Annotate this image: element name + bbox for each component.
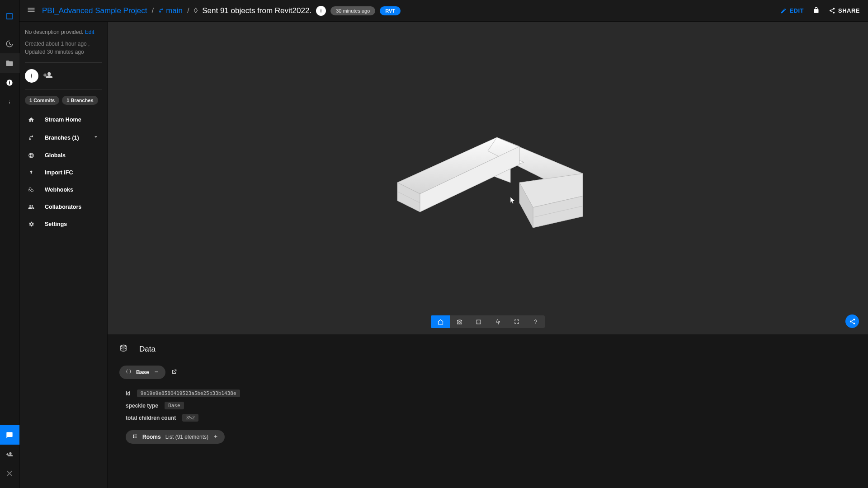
rooms-sub: List (91 elements) (165, 434, 208, 440)
nav-webhooks[interactable]: Webhooks (25, 181, 102, 198)
nav-branches[interactable]: Branches (1) (25, 128, 102, 147)
streams-icon[interactable] (0, 53, 19, 73)
nav-label: Settings (45, 221, 67, 227)
commits-chip[interactable]: 1 Commits (25, 96, 59, 105)
desc-edit-link[interactable]: Edit (85, 29, 94, 35)
activity-icon[interactable] (0, 34, 19, 53)
branch-label: main (166, 6, 183, 15)
svg-point-12 (459, 321, 461, 323)
nav-collaborators[interactable]: Collaborators (25, 198, 102, 216)
gear-icon (28, 221, 35, 227)
rooms-label: Rooms (142, 434, 161, 440)
branches-chip[interactable]: 1 Branches (62, 96, 98, 105)
app-logo-icon[interactable] (0, 6, 19, 26)
model-preview (370, 115, 605, 241)
expand-icon (213, 434, 218, 441)
rooms-pill[interactable]: Rooms List (91 elements) (126, 430, 225, 444)
description: No description provided. Edit (25, 29, 102, 35)
meta-text: Created about 1 hour ago , Updated 30 mi… (25, 40, 102, 56)
breadcrumb-commit-title: Sent 91 objects from Revit2022. (202, 6, 311, 15)
data-header: Data (119, 344, 856, 354)
tool-screenshot[interactable] (450, 315, 469, 328)
lock-icon[interactable] (811, 7, 821, 15)
sidebar: No description provided. Edit Created ab… (19, 22, 108, 488)
collapse-icon (154, 369, 159, 376)
prop-key: id (126, 390, 131, 397)
nav-settings[interactable]: Settings (25, 216, 102, 233)
collaborator-avatar[interactable] (25, 69, 38, 83)
tool-help[interactable] (526, 315, 545, 328)
commit-glyph-icon: ◊ (194, 6, 198, 15)
tool-view-home[interactable] (431, 315, 450, 328)
properties-list: id 9e19e9e8580419523a5be25b33b1438e spec… (126, 387, 856, 424)
nav-label: Stream Home (45, 117, 81, 123)
feedback-icon[interactable] (0, 425, 19, 445)
author-avatar[interactable] (316, 6, 326, 16)
breadcrumb-project[interactable]: PBI_Advanced Sample Project (42, 6, 147, 15)
prop-id: id 9e19e9e8580419523a5be25b33b1438e (126, 387, 856, 399)
people-icon (28, 204, 35, 210)
webhook-icon (28, 187, 35, 193)
nav-label: Import IFC (45, 169, 73, 176)
share-button[interactable]: SHARE (826, 7, 863, 14)
breadcrumb: PBI_Advanced Sample Project / main / ◊ S… (42, 6, 311, 15)
add-person-icon[interactable] (43, 70, 53, 82)
chevron-down-icon (93, 134, 99, 141)
breadcrumb-branch[interactable]: main (158, 6, 183, 15)
open-external-icon[interactable] (171, 369, 177, 376)
desc-text: No description provided. (25, 29, 83, 35)
nav-label: Webhooks (45, 187, 73, 193)
left-rail (0, 0, 19, 488)
app-chip: RVT (380, 6, 401, 15)
edit-label: EDIT (789, 7, 804, 14)
list-icon (132, 433, 138, 441)
pill-label: Base (136, 369, 149, 375)
share-fab[interactable] (845, 314, 859, 328)
hamburger-icon[interactable] (25, 4, 38, 18)
branch-icon (28, 135, 35, 141)
topbar: PBI_Advanced Sample Project / main / ◊ S… (19, 0, 868, 22)
nav-label: Collaborators (45, 204, 81, 210)
breadcrumb-sep-2: / (187, 6, 189, 15)
braces-icon (126, 369, 132, 376)
nav-import-ifc[interactable]: Import IFC (25, 164, 102, 181)
info-icon[interactable] (0, 92, 19, 112)
prop-key: speckle type (126, 403, 158, 409)
nav-stream-home[interactable]: Stream Home (25, 111, 102, 128)
profile-icon[interactable] (0, 73, 19, 92)
nav-globals[interactable]: Globals (25, 147, 102, 164)
prop-value: 352 (182, 414, 198, 422)
viewer-toolbar (431, 315, 545, 328)
database-icon (119, 344, 127, 354)
edit-button[interactable]: EDIT (778, 7, 807, 14)
sidebar-nav: Stream Home Branches (1) Globals Import … (25, 111, 102, 233)
nav-label: Branches (1) (45, 135, 79, 141)
viewport: Data Base id 9e19e9e8580419523 (108, 22, 868, 488)
invite-icon[interactable] (0, 445, 19, 464)
prop-type: speckle type Base (126, 399, 856, 412)
base-pill[interactable]: Base (119, 366, 165, 379)
share-label: SHARE (838, 7, 860, 14)
data-title: Data (139, 345, 156, 354)
svg-point-16 (121, 345, 126, 347)
collaborators-row (25, 69, 102, 83)
connectors-icon[interactable] (0, 464, 19, 483)
upload-icon (28, 169, 35, 176)
tool-fullscreen[interactable] (507, 315, 526, 328)
breadcrumb-sep: / (151, 6, 154, 15)
prop-count: total children count 352 (126, 412, 856, 424)
data-panel: Data Base id 9e19e9e8580419523 (108, 334, 868, 488)
tool-filter[interactable] (488, 315, 507, 328)
tool-section[interactable] (469, 315, 488, 328)
prop-value: Base (165, 402, 184, 409)
globe-icon (28, 152, 35, 159)
divider-2 (25, 89, 102, 89)
prop-value: 9e19e9e8580419523a5be25b33b1438e (137, 389, 240, 397)
3d-canvas[interactable] (108, 22, 868, 334)
home-icon (28, 117, 35, 123)
divider (25, 62, 102, 63)
nav-label: Globals (45, 152, 66, 159)
time-chip: 30 minutes ago (330, 6, 375, 15)
prop-key: total children count (126, 415, 176, 421)
